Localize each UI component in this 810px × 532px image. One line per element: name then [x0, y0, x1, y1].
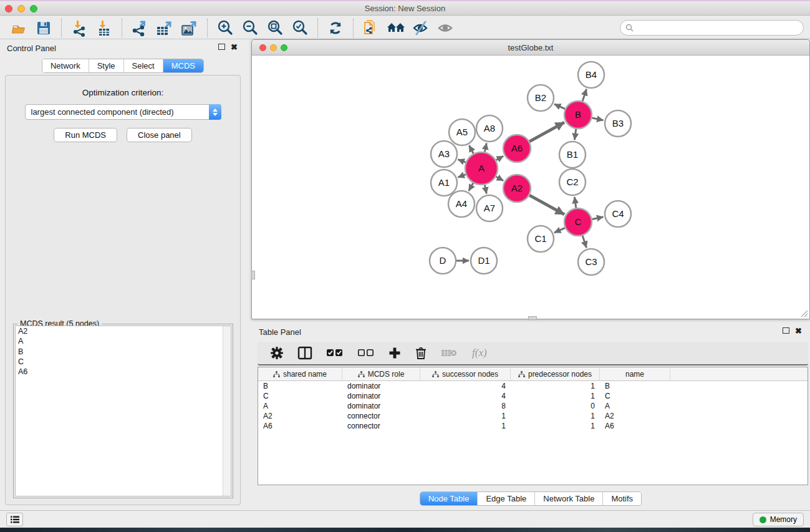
zoom-fit-icon[interactable]: [263, 18, 287, 38]
table-cell[interactable]: 1: [511, 411, 600, 421]
graph-node-C1[interactable]: C1: [528, 226, 554, 252]
table-cell[interactable]: 1: [511, 421, 600, 431]
table-row[interactable]: Adominator80A: [258, 401, 808, 411]
tab-motifs[interactable]: Motifs: [602, 492, 641, 505]
hide-selected-icon[interactable]: [408, 18, 433, 38]
run-mcds-button[interactable]: Run MCDS: [54, 128, 117, 142]
graph-edge-B-B3[interactable]: [592, 118, 603, 120]
network-canvas[interactable]: AA1A2A3A4A5A6A7A8BB1B2B3B4CC1C2C3C4DD1: [252, 56, 809, 319]
bottom-splitter-grip[interactable]: [528, 316, 537, 320]
table-cell[interactable]: A6: [258, 421, 342, 431]
graph-edge-A2-C[interactable]: [529, 195, 564, 215]
search-field[interactable]: [620, 20, 804, 36]
table-cell[interactable]: A2: [258, 411, 342, 421]
criterion-dropdown[interactable]: largest connected component (directed): [25, 104, 221, 120]
apply-function-icon[interactable]: f(x): [472, 347, 487, 359]
graph-edge-A-A1[interactable]: [458, 175, 465, 178]
table-cell[interactable]: 4: [420, 391, 511, 401]
table-cell[interactable]: A: [258, 401, 342, 411]
graph-node-A7[interactable]: A7: [476, 195, 503, 221]
graph-edge-B-B2[interactable]: [554, 104, 565, 109]
float-panel-icon[interactable]: [218, 44, 225, 50]
table-cell[interactable]: C: [258, 391, 342, 401]
select-all-icon[interactable]: [326, 348, 344, 358]
mcds-result-item[interactable]: C: [16, 357, 231, 367]
graph-node-C[interactable]: C: [564, 208, 592, 236]
graph-edge-B-B1[interactable]: [574, 129, 576, 140]
graph-edge-C-C1[interactable]: [554, 228, 565, 233]
deselect-all-icon[interactable]: [357, 348, 375, 358]
table-cell[interactable]: A: [600, 401, 670, 411]
graph-node-C2[interactable]: C2: [559, 169, 586, 195]
column-header-name[interactable]: name: [600, 367, 670, 380]
zoom-in-icon[interactable]: [213, 18, 238, 38]
show-all-icon[interactable]: [433, 18, 458, 38]
graph-node-D1[interactable]: D1: [471, 248, 497, 274]
float-table-panel-icon[interactable]: [783, 327, 789, 334]
graph-node-A[interactable]: A: [465, 152, 498, 185]
table-cell[interactable]: 1: [511, 391, 600, 401]
delete-table-icon[interactable]: [441, 347, 458, 359]
graph-node-A4[interactable]: A4: [448, 191, 475, 217]
table-cell[interactable]: 1: [511, 381, 600, 391]
network-window-titlebar[interactable]: testGlobe.txt: [252, 40, 809, 56]
table-cell[interactable]: 8: [420, 401, 511, 411]
table-row[interactable]: A2connector11A2: [258, 411, 808, 421]
show-columns-icon[interactable]: [297, 346, 312, 360]
graph-node-A3[interactable]: A3: [431, 141, 457, 167]
close-panel-button[interactable]: Close panel: [127, 128, 192, 142]
table-row[interactable]: A6connector11A6: [258, 421, 808, 431]
save-session-icon[interactable]: [31, 18, 56, 38]
refresh-layout-icon[interactable]: [323, 18, 348, 38]
mcds-result-list[interactable]: A2ABCA6: [15, 326, 231, 496]
node-table[interactable]: shared nameMCDS rolesuccessor nodesprede…: [258, 367, 808, 485]
graph-edge-A-A8[interactable]: [485, 143, 486, 152]
result-list-scrollbar[interactable]: [223, 326, 231, 496]
export-network-icon[interactable]: [127, 18, 152, 38]
table-cell[interactable]: dominator: [342, 391, 420, 401]
mcds-result-item[interactable]: A: [16, 336, 231, 346]
table-row[interactable]: Cdominator41C: [258, 391, 808, 401]
network-graph[interactable]: AA1A2A3A4A5A6A7A8BB1B2B3B4CC1C2C3C4DD1: [252, 56, 809, 319]
task-history-icon[interactable]: [6, 513, 23, 526]
graph-node-C4[interactable]: C4: [605, 201, 631, 227]
graph-edge-C-C2[interactable]: [574, 197, 576, 208]
close-panel-icon[interactable]: ✖: [231, 44, 238, 51]
column-header-predecessor-nodes[interactable]: predecessor nodes: [511, 367, 600, 380]
table-cell[interactable]: 1: [420, 421, 511, 431]
graph-node-A2[interactable]: A2: [503, 175, 531, 202]
resize-grip-icon[interactable]: [799, 309, 808, 317]
column-header-MCDS-role[interactable]: MCDS role: [342, 367, 420, 380]
graph-edge-C-C4[interactable]: [592, 217, 604, 220]
mcds-result-item[interactable]: A2: [16, 326, 231, 336]
column-header-successor-nodes[interactable]: successor nodes: [420, 367, 511, 380]
tab-select[interactable]: Select: [123, 59, 163, 72]
graph-edge-A6-B[interactable]: [529, 122, 564, 142]
graph-edge-C-C3[interactable]: [582, 236, 586, 248]
graph-node-B2[interactable]: B2: [528, 85, 554, 111]
left-splitter-grip[interactable]: [251, 271, 255, 279]
zoom-out-icon[interactable]: [238, 18, 263, 38]
new-network-from-selection-icon[interactable]: [359, 18, 383, 38]
export-table-icon[interactable]: [152, 18, 177, 38]
graph-node-D[interactable]: D: [430, 248, 456, 274]
graph-node-A5[interactable]: A5: [449, 119, 475, 145]
graph-node-B3[interactable]: B3: [605, 110, 631, 137]
graph-node-B[interactable]: B: [564, 101, 592, 128]
table-row[interactable]: Bdominator41B: [258, 381, 808, 391]
table-cell[interactable]: B: [600, 381, 670, 391]
mcds-result-item[interactable]: B: [16, 347, 231, 357]
zoom-selected-icon[interactable]: [287, 18, 312, 38]
tab-node-table[interactable]: Node Table: [420, 492, 478, 505]
graph-node-B1[interactable]: B1: [559, 142, 586, 168]
table-cell[interactable]: dominator: [342, 401, 420, 411]
first-neighbors-icon[interactable]: [383, 18, 408, 38]
table-cell[interactable]: B: [258, 381, 342, 391]
search-input[interactable]: [637, 24, 803, 32]
tab-mcds[interactable]: MCDS: [163, 59, 203, 72]
table-cell[interactable]: A2: [600, 411, 670, 421]
table-options-icon[interactable]: [270, 346, 284, 360]
table-cell[interactable]: 0: [511, 401, 600, 411]
graph-edge-A-A5[interactable]: [469, 145, 473, 153]
import-network-icon[interactable]: [67, 18, 92, 38]
